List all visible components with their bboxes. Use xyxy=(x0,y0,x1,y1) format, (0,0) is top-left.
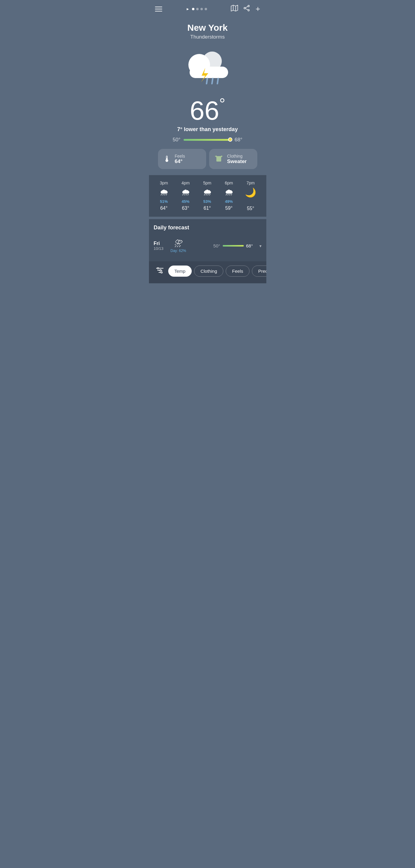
hourly-scroll: 3pm 🌧 51% 64° 4pm 🌧 45% 63° 5pm 🌧 53% 61… xyxy=(151,181,265,211)
hourly-temp: 55° xyxy=(247,206,254,211)
temp-low: 50° xyxy=(173,137,180,143)
svg-line-6 xyxy=(246,8,248,10)
hourly-icon: 🌧 xyxy=(181,187,190,197)
daily-range: 50° 68° ▾ xyxy=(187,243,262,248)
svg-rect-11 xyxy=(206,78,208,84)
nav-dots: ► xyxy=(186,7,207,11)
plus-icon[interactable]: + xyxy=(255,4,260,13)
comparison-text: 7° lower than yesterday xyxy=(177,126,238,133)
temp-range-bar xyxy=(183,139,232,141)
hourly-icon: 🌙 xyxy=(245,187,256,198)
svg-point-18 xyxy=(157,268,159,269)
hourly-precip: 53% xyxy=(203,199,211,204)
hourly-temp: 64° xyxy=(160,206,167,211)
svg-point-3 xyxy=(244,7,246,9)
filter-icon[interactable] xyxy=(154,265,166,277)
hourly-item: 7pm 🌙 -- 55° xyxy=(240,181,261,211)
feels-label: Feels xyxy=(175,154,185,158)
daily-title: Daily forecast xyxy=(154,224,262,231)
daily-day: Fri 10/13 xyxy=(154,241,169,251)
hourly-precip: 49% xyxy=(225,199,233,204)
svg-rect-9 xyxy=(189,67,228,78)
daily-section: Daily forecast Fri 10/13 ⛈ Day: 62% 50° … xyxy=(149,219,266,261)
weather-main: New York Thunderstorms 66 ° 7° lower tha… xyxy=(149,17,266,175)
temperature-display: 66 ° xyxy=(190,91,226,124)
hourly-precip: 45% xyxy=(181,199,189,204)
range-indicator xyxy=(228,137,232,142)
share-icon[interactable] xyxy=(243,5,250,13)
chevron-down-icon: ▾ xyxy=(260,244,262,248)
hourly-item: 5pm 🌧 53% 61° xyxy=(197,181,217,211)
daily-rows: Fri 10/13 ⛈ Day: 62% 50° 68° ▾ xyxy=(154,236,262,256)
svg-rect-13 xyxy=(216,78,219,84)
svg-point-2 xyxy=(248,5,249,7)
map-icon[interactable] xyxy=(231,5,238,13)
hourly-temp: 63° xyxy=(182,206,189,211)
daily-precip: Day: 62% xyxy=(170,249,186,253)
clothing-label: Clothing xyxy=(227,154,247,158)
temperature-value: 66 xyxy=(190,97,219,124)
thermometer-icon: 🌡 xyxy=(163,154,171,164)
feels-value: 64° xyxy=(175,158,185,164)
bottom-tab-feels[interactable]: Feels xyxy=(226,266,249,277)
svg-point-20 xyxy=(161,272,162,273)
temp-range: 50° 68° xyxy=(173,137,242,143)
clothing-card: Clothing Sweater xyxy=(209,149,257,169)
hourly-section: 3pm 🌧 51% 64° 4pm 🌧 45% 63° 5pm 🌧 53% 61… xyxy=(149,175,266,217)
hourly-time: 4pm xyxy=(181,181,189,185)
hourly-item: 4pm 🌧 45% 63° xyxy=(175,181,196,211)
nav-left xyxy=(155,7,162,11)
hourly-time: 7pm xyxy=(246,181,254,185)
hourly-time: 6pm xyxy=(225,181,233,185)
nav-right: + xyxy=(231,4,260,13)
clothing-value: Sweater xyxy=(227,158,247,164)
daily-weather-icon: ⛈ xyxy=(174,239,183,249)
hourly-time: 3pm xyxy=(160,181,168,185)
hourly-item: 8pm 🌙 -- 55° xyxy=(262,181,266,211)
hourly-item: 3pm 🌧 51% 64° xyxy=(154,181,174,211)
hourly-icon: 🌧 xyxy=(224,187,234,197)
hourly-temp: 61° xyxy=(203,206,211,211)
svg-point-4 xyxy=(248,10,249,11)
weather-icon xyxy=(183,49,232,85)
hourly-precip: 51% xyxy=(160,199,168,204)
feels-card: 🌡 Feels 64° xyxy=(158,149,206,169)
temp-high: 68° xyxy=(235,137,243,143)
hourly-icon: 🌧 xyxy=(160,187,169,197)
hourly-icon: 🌧 xyxy=(203,187,212,197)
hourly-item: 6pm 🌧 49% 59° xyxy=(219,181,239,211)
city-name: New York xyxy=(187,23,228,33)
bottom-tabs: TempClothingFeelsPrecip xyxy=(168,266,266,277)
daily-row[interactable]: Fri 10/13 ⛈ Day: 62% 50° 68° ▾ xyxy=(154,236,262,256)
svg-rect-12 xyxy=(211,78,213,84)
info-cards: 🌡 Feels 64° Clothing Sweater xyxy=(155,149,260,169)
svg-point-19 xyxy=(160,270,161,271)
bottom-nav: TempClothingFeelsPrecip xyxy=(149,261,266,283)
clothing-icon xyxy=(214,153,223,165)
daily-icon-group: ⛈ Day: 62% xyxy=(169,239,187,253)
top-nav: ► + xyxy=(149,0,266,17)
hamburger-button[interactable] xyxy=(155,7,162,11)
hourly-time: 5pm xyxy=(203,181,211,185)
degree-symbol: ° xyxy=(219,95,225,113)
hourly-temp: 59° xyxy=(225,206,232,211)
bottom-tab-clothing[interactable]: Clothing xyxy=(194,266,223,277)
svg-line-5 xyxy=(246,6,248,8)
bottom-tab-temp[interactable]: Temp xyxy=(168,266,192,277)
daily-bar xyxy=(223,245,244,247)
condition-text: Thunderstorms xyxy=(190,34,224,40)
bottom-tab-precip[interactable]: Precip xyxy=(252,266,266,277)
